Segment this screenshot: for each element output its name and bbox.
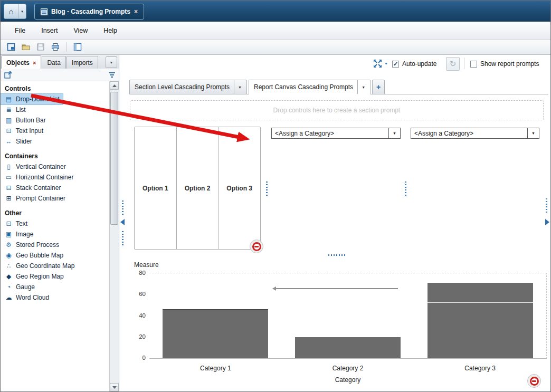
text-input-icon: ⊡ bbox=[5, 126, 13, 136]
tab-imports[interactable]: Imports bbox=[66, 56, 98, 69]
button-bar-object[interactable]: Option 1 Option 2 Option 3 bbox=[134, 127, 261, 250]
close-icon[interactable]: × bbox=[134, 8, 138, 15]
resize-handle[interactable] bbox=[328, 254, 345, 256]
sidebar-item-text[interactable]: ⊡Text bbox=[1, 218, 31, 229]
category-dropdown-1[interactable]: <Assign a Category> ▼ bbox=[271, 128, 401, 139]
panel-group-other: Other bbox=[1, 208, 24, 218]
geo-coordinate-map-icon: ∴ bbox=[5, 261, 13, 271]
sidebar-item-gauge[interactable]: ◔Gauge bbox=[1, 282, 38, 292]
auto-update-checkbox[interactable]: ✓ bbox=[392, 61, 399, 68]
home-button[interactable]: ⌂ ▾ bbox=[4, 4, 26, 19]
bar-category-2[interactable] bbox=[295, 337, 401, 358]
chevron-down-icon[interactable]: ▼ bbox=[527, 128, 539, 138]
sidebar-item-stack-container[interactable]: ⊟Stack Container bbox=[1, 183, 64, 193]
tab-list-dropdown[interactable]: ▼ bbox=[106, 56, 117, 68]
category-dropdown-2[interactable]: <Assign a Category> ▼ bbox=[411, 128, 539, 139]
bar-category-1[interactable] bbox=[163, 309, 268, 358]
scrollbar-thumb[interactable] bbox=[110, 92, 118, 225]
print-button[interactable] bbox=[49, 41, 61, 53]
toggle-panel-button[interactable] bbox=[71, 41, 83, 53]
chevron-down-icon[interactable]: ▼ bbox=[388, 128, 400, 138]
section-tab-bar: Section Level Cascading Prompts ▼ Report… bbox=[129, 79, 548, 94]
chevron-down-icon[interactable]: ▾ bbox=[18, 4, 26, 18]
chevron-down-icon: ▼ bbox=[110, 61, 113, 64]
report-tab[interactable]: Blog - Cascading Prompts × bbox=[34, 4, 144, 20]
sidebar-item-label: Text bbox=[16, 219, 27, 228]
resize-handle[interactable] bbox=[405, 181, 406, 196]
sidebar-item-label: Vertical Container bbox=[16, 162, 66, 171]
add-section-tab-button[interactable]: + bbox=[372, 80, 385, 94]
section-tab-report-canvas[interactable]: Report Canvas Cascading Prompts ▼ bbox=[249, 80, 370, 94]
auto-update-control: ✓ Auto-update bbox=[392, 60, 436, 68]
sidebar-item-button-bar[interactable]: ▥Button Bar bbox=[1, 115, 49, 126]
sidebar-item-drop-down-list[interactable]: ▤Drop-Down List bbox=[1, 94, 63, 104]
dropdown-value: <Assign a Category> bbox=[411, 128, 527, 138]
button-bar-option-1[interactable]: Option 1 bbox=[135, 127, 177, 249]
collapse-left-icon[interactable] bbox=[120, 219, 125, 225]
chevron-down-icon[interactable]: ▼ bbox=[384, 62, 388, 65]
menu-help[interactable]: Help bbox=[96, 24, 125, 37]
scroll-up-icon[interactable] bbox=[110, 81, 119, 90]
sidebar-item-horizontal-container[interactable]: ▭Horizontal Container bbox=[1, 172, 77, 183]
tab-data[interactable]: Data bbox=[42, 56, 65, 69]
scroll-down-icon[interactable] bbox=[110, 383, 119, 391]
sidebar-item-geo-bubble-map[interactable]: ◉Geo Bubble Map bbox=[1, 250, 66, 261]
open-button[interactable] bbox=[20, 41, 32, 53]
x-axis-title: Category bbox=[149, 376, 546, 384]
sidebar-item-label: Drop-Down List bbox=[16, 94, 60, 104]
tab-objects[interactable]: Objects × bbox=[1, 55, 41, 69]
sidebar-item-geo-coordinate-map[interactable]: ∴Geo Coordinate Map bbox=[1, 261, 78, 271]
resize-handle[interactable] bbox=[266, 181, 268, 196]
section-prompt-drop-zone[interactable]: Drop controls here to create a section p… bbox=[130, 100, 544, 120]
sidebar-item-vertical-container[interactable]: ▯Vertical Container bbox=[1, 161, 69, 172]
show-report-prompts-checkbox[interactable] bbox=[470, 61, 477, 68]
chevron-down-icon[interactable]: ▼ bbox=[234, 80, 242, 94]
sidebar-item-image[interactable]: ▣Image bbox=[1, 229, 36, 240]
title-bar: ⌂ ▾ Blog - Cascading Prompts × bbox=[1, 1, 550, 22]
resize-handle[interactable] bbox=[122, 231, 124, 247]
sidebar-item-prompt-container[interactable]: ⊞Prompt Container bbox=[1, 193, 69, 204]
y-tick-label: 0 bbox=[130, 354, 146, 361]
resize-handle[interactable] bbox=[546, 198, 547, 213]
sidebar-item-geo-region-map[interactable]: ◆Geo Region Map bbox=[1, 271, 67, 282]
sidebar-item-text-input[interactable]: ⊡Text Input bbox=[1, 126, 46, 136]
sidebar-item-word-cloud[interactable]: ☁Word Cloud bbox=[1, 292, 52, 303]
stored-process-icon: ⚙ bbox=[5, 240, 13, 250]
menu-file[interactable]: File bbox=[7, 24, 33, 37]
no-drop-cursor-badge bbox=[527, 374, 541, 388]
stack-container-icon: ⊟ bbox=[5, 183, 13, 193]
bar-chart[interactable]: Measure Category 020406080Category 1Cate… bbox=[130, 261, 548, 391]
filter-icon[interactable] bbox=[108, 72, 116, 78]
list-icon: ≣ bbox=[5, 105, 13, 114]
menu-view[interactable]: View bbox=[65, 24, 96, 37]
section-tab-section-level[interactable]: Section Level Cascading Prompts ▼ bbox=[129, 80, 247, 94]
maximize-button[interactable]: ▼ bbox=[373, 59, 388, 69]
gauge-icon: ◔ bbox=[5, 282, 13, 292]
sidebar-item-label: Geo Bubble Map bbox=[16, 251, 63, 260]
button-bar-option-3[interactable]: Option 3 bbox=[218, 127, 260, 249]
printer-icon bbox=[51, 42, 60, 52]
resize-handle[interactable] bbox=[122, 200, 124, 216]
button-bar-option-2[interactable]: Option 2 bbox=[177, 127, 219, 249]
collapse-right-icon[interactable] bbox=[545, 219, 549, 225]
sidebar-item-stored-process[interactable]: ⚙Stored Process bbox=[1, 240, 62, 250]
panel-toolbar bbox=[1, 69, 119, 81]
sidebar-item-label: Word Cloud bbox=[16, 293, 49, 302]
bar-category-3[interactable] bbox=[428, 283, 533, 358]
geo-bubble-map-icon: ◉ bbox=[5, 251, 13, 260]
sidebar-item-slider[interactable]: ↔Slider bbox=[1, 136, 35, 147]
close-icon[interactable]: × bbox=[33, 60, 36, 66]
add-object-icon[interactable] bbox=[4, 71, 12, 79]
show-report-prompts-control: Show report prompts bbox=[470, 60, 539, 68]
new-report-button[interactable] bbox=[5, 41, 17, 53]
folder-icon bbox=[21, 42, 31, 52]
chevron-down-icon[interactable]: ▼ bbox=[357, 80, 365, 94]
sidebar-item-list[interactable]: ≣List bbox=[1, 104, 29, 115]
section-tab-label: Section Level Cascading Prompts bbox=[135, 83, 230, 91]
panel-scrollbar[interactable] bbox=[109, 81, 119, 391]
save-button[interactable] bbox=[34, 41, 46, 53]
dropdown-value: <Assign a Category> bbox=[272, 128, 388, 138]
menu-insert[interactable]: Insert bbox=[33, 24, 65, 37]
refresh-button[interactable]: ↻ bbox=[446, 57, 460, 71]
home-icon[interactable]: ⌂ bbox=[4, 4, 18, 18]
